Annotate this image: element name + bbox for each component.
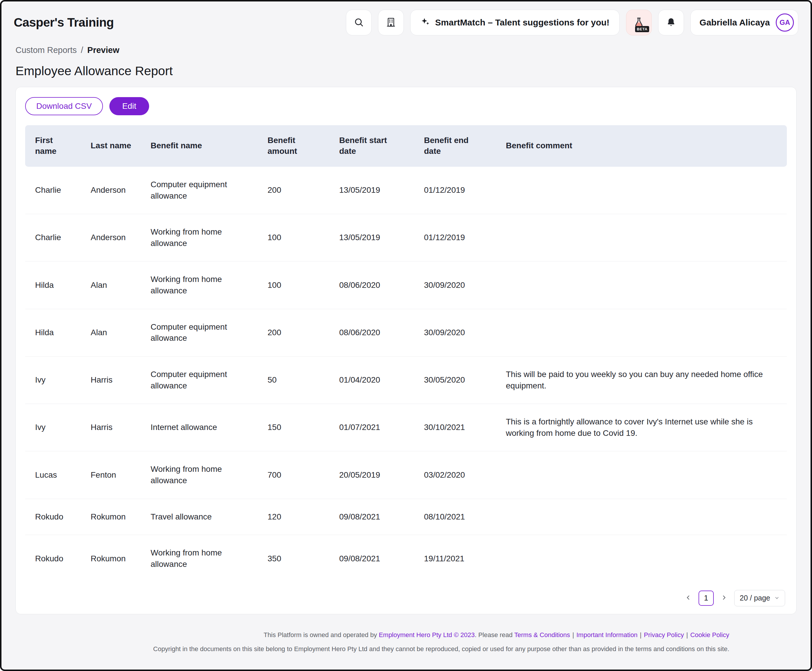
privacy-policy-link[interactable]: Privacy Policy xyxy=(644,631,684,639)
cell-benefit-end-date: 30/09/2020 xyxy=(417,309,499,356)
cell-benefit-amount: 50 xyxy=(260,356,332,404)
important-information-link[interactable]: Important Information xyxy=(576,631,637,639)
column-header-first-name: First name xyxy=(25,125,83,167)
next-page-button[interactable] xyxy=(719,593,729,603)
cell-benefit-comment xyxy=(499,535,787,582)
footer-separator: | xyxy=(686,631,688,639)
cell-benefit-end-date: 30/05/2020 xyxy=(417,356,499,404)
footer-separator: | xyxy=(640,631,642,639)
cell-benefit-end-date: 01/12/2019 xyxy=(417,214,499,262)
sparkle-icon xyxy=(420,17,430,28)
download-csv-button[interactable]: Download CSV xyxy=(25,97,103,115)
cell-benefit-name: Internet allowance xyxy=(144,404,260,451)
cell-benefit-name: Working from home allowance xyxy=(144,535,260,582)
beta-badge: BETA xyxy=(635,26,649,32)
cell-benefit-comment: This will be paid to you weekly so you c… xyxy=(499,356,787,404)
report-toolbar: Download CSV Edit xyxy=(25,97,787,115)
chevron-left-icon xyxy=(685,594,691,602)
report-card: Download CSV Edit First name Last name B… xyxy=(15,87,797,614)
search-button[interactable] xyxy=(346,10,372,36)
page-title: Employee Allowance Report xyxy=(15,64,797,78)
page-1-button[interactable]: 1 xyxy=(698,591,714,606)
cell-last-name: Alan xyxy=(83,309,144,356)
cell-benefit-end-date: 08/10/2021 xyxy=(417,499,499,535)
cell-benefit-end-date: 30/10/2021 xyxy=(417,404,499,451)
pagination: 1 20 / page xyxy=(25,590,787,606)
cell-benefit-end-date: 19/11/2021 xyxy=(417,535,499,582)
table-row: Ivy Harris Internet allowance 150 01/07/… xyxy=(25,404,787,451)
notifications-button[interactable] xyxy=(658,10,684,36)
cell-last-name: Rokumon xyxy=(83,499,144,535)
cell-first-name: Rokudo xyxy=(25,499,83,535)
smartmatch-button[interactable]: SmartMatch – Talent suggestions for you! xyxy=(410,10,620,36)
search-icon xyxy=(354,17,364,28)
table-row: Charlie Anderson Working from home allow… xyxy=(25,214,787,262)
cell-benefit-amount: 350 xyxy=(260,535,332,582)
cell-benefit-name: Computer equipment allowance xyxy=(144,309,260,356)
column-header-benefit-amount: Benefit amount xyxy=(260,125,332,167)
cell-benefit-amount: 120 xyxy=(260,499,332,535)
breadcrumb-custom-reports[interactable]: Custom Reports xyxy=(15,45,77,55)
cell-benefit-start-date: 13/05/2019 xyxy=(332,167,417,214)
cell-benefit-name: Working from home allowance xyxy=(144,262,260,309)
cell-benefit-comment: This is a fortnightly allowance to cover… xyxy=(499,404,787,451)
app-window: Casper's Training xyxy=(0,0,812,671)
cell-benefit-start-date: 01/07/2021 xyxy=(332,404,417,451)
cell-last-name: Harris xyxy=(83,356,144,404)
header-actions: SmartMatch – Talent suggestions for you!… xyxy=(346,10,798,36)
footer-line2: Copyright in the documents on this site … xyxy=(29,644,729,654)
breadcrumb: Custom Reports / Preview xyxy=(15,45,797,55)
employment-hero-link[interactable]: Employment Hero Pty Ltd © 2023 xyxy=(379,631,475,639)
column-header-benefit-name: Benefit name xyxy=(144,125,260,167)
cell-last-name: Fenton xyxy=(83,451,144,499)
table-row: Hilda Alan Working from home allowance 1… xyxy=(25,262,787,309)
cell-benefit-amount: 200 xyxy=(260,309,332,356)
breadcrumb-separator: / xyxy=(81,45,83,55)
page-size-value: 20 / page xyxy=(740,594,770,602)
breadcrumb-preview: Preview xyxy=(87,45,120,55)
cell-last-name: Alan xyxy=(83,262,144,309)
cell-last-name: Harris xyxy=(83,404,144,451)
column-header-benefit-comment: Benefit comment xyxy=(499,125,787,167)
cell-benefit-start-date: 09/08/2021 xyxy=(332,535,417,582)
cell-benefit-comment xyxy=(499,451,787,499)
cell-first-name: Rokudo xyxy=(25,535,83,582)
user-menu-button[interactable]: Gabriella Alicaya GA xyxy=(690,10,798,36)
cell-benefit-start-date: 08/06/2020 xyxy=(332,262,417,309)
cell-benefit-comment xyxy=(499,167,787,214)
top-bar: Casper's Training xyxy=(2,2,810,41)
cell-benefit-amount: 200 xyxy=(260,167,332,214)
cell-first-name: Charlie xyxy=(25,167,83,214)
footer-text: This Platform is owned and operated by xyxy=(264,631,379,639)
cell-benefit-start-date: 08/06/2020 xyxy=(332,309,417,356)
cell-benefit-start-date: 20/05/2019 xyxy=(332,451,417,499)
cell-benefit-comment xyxy=(499,262,787,309)
labs-beta-button[interactable]: BETA xyxy=(626,10,652,36)
table-row: Hilda Alan Computer equipment allowance … xyxy=(25,309,787,356)
cell-benefit-name: Travel allowance xyxy=(144,499,260,535)
edit-button[interactable]: Edit xyxy=(109,97,149,115)
footer-text: . Please read xyxy=(475,631,514,639)
cell-benefit-comment xyxy=(499,499,787,535)
cookie-policy-link[interactable]: Cookie Policy xyxy=(690,631,729,639)
cell-benefit-end-date: 01/12/2019 xyxy=(417,167,499,214)
cell-last-name: Anderson xyxy=(83,214,144,262)
page-size-select[interactable]: 20 / page xyxy=(734,590,785,606)
organisation-button[interactable] xyxy=(378,10,404,36)
column-header-benefit-end-date: Benefit end date xyxy=(417,125,499,167)
user-name: Gabriella Alicaya xyxy=(700,17,770,27)
column-header-last-name: Last name xyxy=(83,125,144,167)
cell-first-name: Charlie xyxy=(25,214,83,262)
cell-benefit-end-date: 30/09/2020 xyxy=(417,262,499,309)
table-body: Charlie Anderson Computer equipment allo… xyxy=(25,167,787,582)
company-name: Casper's Training xyxy=(14,15,114,29)
prev-page-button[interactable] xyxy=(683,593,693,603)
terms-conditions-link[interactable]: Terms & Conditions xyxy=(514,631,570,639)
bell-icon xyxy=(666,17,676,28)
table-row: Lucas Fenton Working from home allowance… xyxy=(25,451,787,499)
report-table: First name Last name Benefit name Benefi… xyxy=(25,125,787,582)
cell-benefit-amount: 700 xyxy=(260,451,332,499)
cell-benefit-start-date: 13/05/2019 xyxy=(332,214,417,262)
cell-benefit-amount: 150 xyxy=(260,404,332,451)
smartmatch-label: SmartMatch – Talent suggestions for you! xyxy=(435,17,609,27)
